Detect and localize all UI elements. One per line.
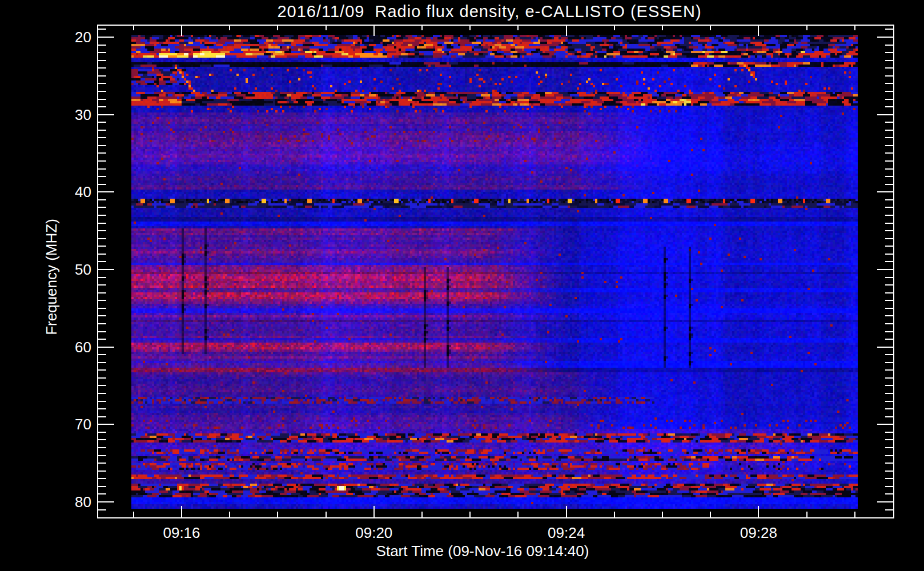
y-minor-tick-right [885, 254, 893, 255]
y-minor-tick-right [885, 261, 893, 262]
y-minor-tick-right [885, 122, 893, 123]
y-minor-tick-right [885, 308, 893, 309]
y-minor-tick [98, 463, 106, 464]
x-tick-label: 09:24 [548, 524, 585, 542]
y-tick-label: 80 [3, 493, 91, 510]
y-minor-tick [98, 432, 106, 433]
y-minor-tick-right [885, 292, 893, 293]
y-minor-tick [98, 152, 106, 154]
y-major-tick-right [877, 269, 893, 270]
y-minor-tick-right [885, 75, 893, 77]
y-minor-tick [98, 385, 106, 386]
y-minor-tick-right [885, 223, 893, 224]
x-tick-label: 09:20 [355, 524, 392, 542]
y-minor-tick [98, 439, 106, 440]
x-major-tick [373, 506, 375, 517]
y-minor-tick-right [885, 439, 893, 440]
y-minor-tick-right [885, 29, 893, 30]
x-tick-label: 09:16 [163, 524, 200, 542]
y-minor-tick [98, 91, 106, 92]
y-minor-tick [98, 261, 106, 262]
x-minor-tick [229, 512, 230, 517]
y-minor-tick-right [885, 152, 893, 154]
y-major-tick-right [877, 37, 893, 38]
y-minor-tick-right [885, 277, 893, 278]
y-minor-tick [98, 393, 106, 394]
y-minor-tick [98, 486, 106, 487]
y-minor-tick [98, 354, 106, 355]
y-minor-tick [98, 199, 106, 200]
y-minor-tick [98, 292, 106, 293]
y-minor-tick [98, 284, 106, 286]
y-minor-tick-right [885, 83, 893, 84]
x-minor-tick [421, 512, 423, 517]
y-minor-tick-right [885, 215, 893, 216]
y-minor-tick [98, 339, 106, 340]
x-minor-tick-top [517, 26, 519, 30]
y-tick-label: 70 [3, 416, 91, 433]
y-major-tick [98, 114, 114, 115]
y-minor-tick [98, 315, 106, 316]
y-minor-tick-right [885, 45, 893, 46]
y-major-tick [98, 501, 114, 502]
y-minor-tick [98, 60, 106, 61]
x-major-tick [566, 506, 567, 517]
y-minor-tick-right [885, 168, 893, 170]
x-minor-tick [133, 512, 134, 517]
y-minor-tick [98, 369, 106, 371]
y-minor-tick [98, 29, 106, 30]
y-minor-tick-right [885, 493, 893, 494]
y-minor-tick-right [885, 354, 893, 355]
y-minor-tick-right [885, 246, 893, 247]
y-minor-tick-right [885, 362, 893, 363]
y-minor-tick [98, 99, 106, 100]
y-minor-tick-right [885, 315, 893, 316]
y-minor-tick [98, 137, 106, 138]
y-minor-tick [98, 176, 106, 177]
x-minor-tick [710, 512, 711, 517]
y-minor-tick [98, 184, 106, 185]
y-minor-tick [98, 323, 106, 324]
x-minor-tick-top [229, 26, 230, 30]
x-major-tick [181, 506, 182, 517]
y-minor-tick-right [885, 432, 893, 433]
y-minor-tick-right [885, 60, 893, 61]
y-minor-tick-right [885, 486, 893, 487]
y-minor-tick [98, 377, 106, 379]
x-major-tick-top [566, 26, 567, 36]
x-tick-label: 09:28 [740, 524, 777, 542]
y-major-tick-right [877, 114, 893, 115]
y-minor-tick-right [885, 52, 893, 53]
x-minor-tick [326, 512, 327, 517]
y-major-tick [98, 37, 114, 38]
x-minor-tick [806, 512, 808, 517]
y-minor-tick [98, 106, 106, 107]
y-minor-tick-right [885, 99, 893, 100]
x-minor-tick-top [133, 26, 134, 30]
y-minor-tick-right [885, 284, 893, 286]
y-minor-tick-right [885, 91, 893, 92]
y-minor-tick [98, 168, 106, 170]
x-minor-tick-top [854, 26, 855, 30]
y-minor-tick [98, 145, 106, 146]
y-minor-tick-right [885, 416, 893, 417]
y-tick-label: 50 [3, 260, 91, 278]
x-minor-tick [614, 512, 615, 517]
chart-title: 2016/11/09 Radio flux density, e-CALLIST… [277, 2, 701, 21]
x-minor-tick-top [710, 26, 711, 30]
y-minor-tick [98, 471, 106, 472]
x-major-tick-top [181, 26, 182, 36]
y-minor-tick-right [885, 478, 893, 479]
y-minor-tick-right [885, 207, 893, 208]
y-tick-label: 40 [3, 183, 91, 201]
y-major-tick [98, 347, 114, 348]
x-minor-tick-top [469, 26, 471, 30]
y-minor-tick-right [885, 509, 893, 510]
y-minor-tick-right [885, 137, 893, 138]
y-minor-tick [98, 308, 106, 309]
x-major-tick-top [373, 26, 375, 36]
y-minor-tick [98, 277, 106, 278]
y-minor-tick [98, 207, 106, 208]
spectrogram-window: 2016/11/09 Radio flux density, e-CALLIST… [0, 0, 924, 571]
y-minor-tick-right [885, 323, 893, 324]
